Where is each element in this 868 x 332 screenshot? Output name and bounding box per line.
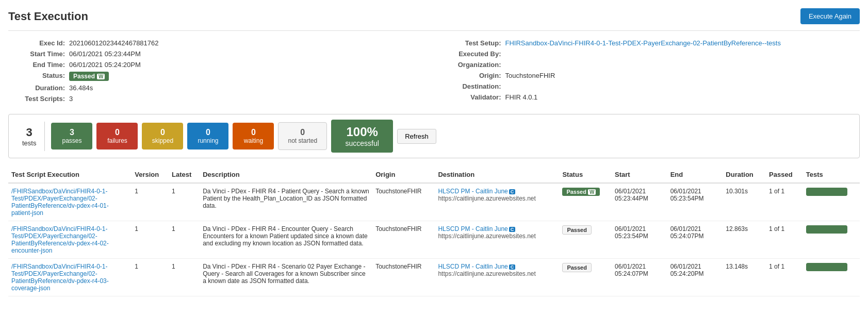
col-header-passed: Passed xyxy=(766,167,803,183)
version-cell: 1 xyxy=(132,259,169,296)
table-row: /FHIRSandbox/DaVinci/FHIR4-0-1-Test/PDEX… xyxy=(8,183,860,221)
waiting-count: 0 xyxy=(251,128,256,137)
test-scripts-row: Test Scripts: 3 xyxy=(8,95,424,103)
exec-id-label: Exec Id: xyxy=(8,39,65,47)
failures-stat: 0 failures xyxy=(96,123,138,150)
end-time-value: 06/01/2021 05:24:20PM xyxy=(69,61,141,69)
destination-cell: HLSCD PM - Caitlin JuneChttps://caitlinj… xyxy=(435,259,559,296)
destination-link[interactable]: HLSCD PM - Caitlin JuneC xyxy=(438,225,515,233)
skipped-count: 0 xyxy=(160,128,165,137)
page-header: Test Execution Execute Again xyxy=(8,8,860,31)
executions-table: Test Script Execution Version Latest Des… xyxy=(8,167,860,296)
latest-cell: 1 xyxy=(169,259,200,296)
not-started-stat: 0 not started xyxy=(278,122,327,150)
status-cell: Passed xyxy=(559,221,612,259)
origin-cell: TouchstoneFHIR xyxy=(372,259,435,296)
tests-cell xyxy=(803,221,860,259)
table-header: Test Script Execution Version Latest Des… xyxy=(8,167,860,183)
passes-count: 3 xyxy=(70,128,74,137)
col-header-version: Version xyxy=(132,167,169,183)
duration-cell: 12.863s xyxy=(723,221,766,259)
duration-row: Duration: 36.484s xyxy=(8,84,424,92)
execute-again-button[interactable]: Execute Again xyxy=(800,8,860,24)
exec-id-value: 20210601202344246788​1762 xyxy=(69,39,159,47)
organization-label: Organization: xyxy=(445,61,501,69)
test-scripts-label: Test Scripts: xyxy=(8,95,65,103)
origin-cell: TouchstoneFHIR xyxy=(372,221,435,259)
destination-cell: HLSCD PM - Caitlin JuneChttps://caitlinj… xyxy=(435,221,559,259)
passed-cell: 1 of 1 xyxy=(766,221,803,259)
copy-icon[interactable]: C xyxy=(509,189,516,194)
progress-bar-inner xyxy=(806,188,847,196)
col-header-duration: Duration xyxy=(723,167,766,183)
duration-label: Duration: xyxy=(8,84,65,92)
start-time-label: Start Time: xyxy=(8,50,65,58)
status-row: Status: Passed W xyxy=(8,72,424,81)
waiting-stat: 0 waiting xyxy=(233,123,274,150)
progress-bar-outer xyxy=(806,263,847,271)
status-badge: PassedW xyxy=(562,188,600,196)
script-link[interactable]: /FHIRSandbox/DaVinci/FHIR4-0-1-Test/PDEX… xyxy=(11,225,109,254)
latest-cell: 1 xyxy=(169,221,200,259)
script-link[interactable]: /FHIRSandbox/DaVinci/FHIR4-0-1-Test/PDEX… xyxy=(11,188,109,217)
start-cell: 06/01/2021 05:23:54PM xyxy=(612,221,667,259)
status-cell: PassedW xyxy=(559,183,612,221)
summary-bar: 3 tests 3 passes 0 failures 0 skipped 0 … xyxy=(8,114,860,158)
running-label: running xyxy=(196,137,219,144)
meta-section: Exec Id: 20210601202344246788​1762 Start… xyxy=(8,39,860,106)
status-badge-text: Passed xyxy=(73,73,95,80)
progress-bar-inner xyxy=(806,263,847,271)
refresh-button[interactable]: Refresh xyxy=(397,129,436,144)
start-cell: 06/01/2021 05:24:07PM xyxy=(612,259,667,296)
col-header-origin: Origin xyxy=(372,167,435,183)
origin-row: Origin: TouchstoneFHIR xyxy=(445,72,860,79)
test-setup-label: Test Setup: xyxy=(445,39,501,47)
col-header-status: Status xyxy=(559,167,612,183)
tests-cell xyxy=(803,259,860,296)
passed-cell: 1 of 1 xyxy=(766,183,803,221)
table-row: /FHIRSandbox/DaVinci/FHIR4-0-1-Test/PDEX… xyxy=(8,221,860,259)
duration-cell: 13.148s xyxy=(723,259,766,296)
copy-icon[interactable]: C xyxy=(509,227,516,232)
col-header-tests: Tests xyxy=(803,167,860,183)
destination-link[interactable]: HLSCD PM - Caitlin JuneC xyxy=(438,188,515,195)
end-cell: 06/01/2021 05:24:07PM xyxy=(667,221,723,259)
script-link[interactable]: /FHIRSandbox/DaVinci/FHIR4-0-1-Test/PDEX… xyxy=(11,263,109,292)
validator-row: Validator: FHIR 4.0.1 xyxy=(445,93,860,101)
origin-cell: TouchstoneFHIR xyxy=(372,183,435,221)
success-box: 100% successful xyxy=(331,120,393,153)
version-cell: 1 xyxy=(132,221,169,259)
progress-bar-outer xyxy=(806,188,847,196)
status-badge: Passed xyxy=(562,225,592,235)
progress-bar-outer xyxy=(806,225,847,234)
col-header-destination: Destination xyxy=(435,167,559,183)
col-header-latest: Latest xyxy=(169,167,200,183)
destination-cell: HLSCD PM - Caitlin JuneChttps://caitlinj… xyxy=(435,183,559,221)
destination-row: Destination: xyxy=(445,82,860,90)
col-header-description: Description xyxy=(200,167,372,183)
destination-link[interactable]: HLSCD PM - Caitlin JuneC xyxy=(438,263,515,270)
test-setup-link[interactable]: FHIRSandbox-DaVinci-FHIR4-0-1-Test-PDEX-… xyxy=(505,39,781,47)
waiting-label: waiting xyxy=(242,137,265,144)
organization-row: Organization: xyxy=(445,61,860,69)
progress-bar-inner xyxy=(806,225,847,234)
executed-by-label: Executed By: xyxy=(445,50,501,58)
copy-icon[interactable]: C xyxy=(509,264,516,270)
meta-right: Test Setup: FHIRSandbox-DaVinci-FHIR4-0-… xyxy=(445,39,860,106)
badge-w-indicator: W xyxy=(588,189,596,195)
tests-cell xyxy=(803,183,860,221)
duration-value: 36.484s xyxy=(69,84,93,92)
validator-value: FHIR 4.0.1 xyxy=(505,93,538,101)
status-badge: Passed xyxy=(562,263,592,272)
end-cell: 06/01/2021 05:24:20PM xyxy=(667,259,723,296)
start-time-row: Start Time: 06/01/2021 05:23:44PM xyxy=(8,50,424,58)
passes-label: passes xyxy=(60,137,83,144)
start-cell: 06/01/2021 05:23:44PM xyxy=(612,183,667,221)
skipped-label: skipped xyxy=(151,137,174,144)
running-stat: 0 running xyxy=(187,123,228,150)
not-started-label: not started xyxy=(288,137,317,144)
exec-id-row: Exec Id: 20210601202344246788​1762 xyxy=(8,39,424,47)
tests-label: tests xyxy=(22,139,36,147)
status-label: Status: xyxy=(8,72,65,81)
page-container: Test Execution Execute Again Exec Id: 20… xyxy=(0,0,868,305)
